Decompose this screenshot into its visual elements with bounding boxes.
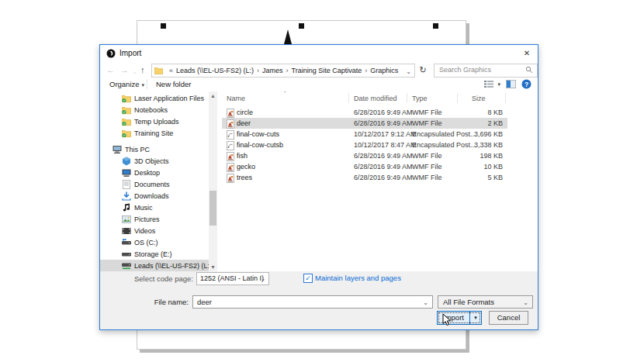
sidebar-scrollbar[interactable]: ▲ ▼ <box>209 91 217 271</box>
sidebar-item-documents[interactable]: Documents <box>100 178 209 190</box>
sidebar-item-label: Laser Application Files <box>134 95 204 102</box>
sidebar-item-desktop[interactable]: Desktop <box>100 167 209 178</box>
file-name: final-cow-cuts <box>237 130 279 138</box>
close-button[interactable]: ✕ <box>521 47 533 60</box>
sidebar-item-leads-el-us-fs2-l[interactable]: Leads (\\EL-US-FS2) (L:) <box>100 260 209 271</box>
search-placeholder: Search Graphics <box>439 66 491 74</box>
breadcrumb-chevron-icon[interactable]: ⌄ <box>403 68 411 75</box>
organize-button[interactable]: Organize▾ <box>109 80 144 88</box>
file-size: 8 KB <box>447 109 503 116</box>
file-name-input[interactable]: deer ⌄ <box>192 295 433 309</box>
search-input[interactable]: Search Graphics <box>434 64 538 78</box>
selection-handle[interactable] <box>161 23 166 29</box>
scroll-up-icon[interactable]: ▲ <box>209 91 217 100</box>
sidebar-item-label: 3D Objects <box>134 157 169 165</box>
file-type: WMF File <box>412 119 442 127</box>
sidebar-item-label: Temp Uploads <box>134 118 179 126</box>
desktop-icon <box>122 168 130 177</box>
dialog-title: Import <box>119 49 141 57</box>
folder-icon <box>154 67 163 74</box>
new-folder-button[interactable]: New folder <box>156 80 191 88</box>
pc-icon <box>113 145 121 153</box>
file-name: deer <box>237 119 251 127</box>
file-row-gecko[interactable]: gecko6/28/2016 9:49 AMWMF File10 KB <box>222 161 507 172</box>
sidebar-item-this-pc[interactable]: This PC <box>100 143 209 155</box>
sidebar-item-videos[interactable]: Videos <box>100 225 209 236</box>
sidebar-item-3d-objects[interactable]: 3D Objects <box>100 155 209 167</box>
refresh-icon[interactable]: ↻ <box>417 64 429 76</box>
file-date: 6/28/2016 9:49 AM <box>354 174 413 181</box>
breadcrumb-segments: Leads (\\EL-US-FS2) (L:)›James›Training … <box>176 67 398 74</box>
selection-handle[interactable] <box>299 23 304 29</box>
column-header-date[interactable]: Date modified <box>354 95 397 102</box>
folder-tree: Laser Application FilesNotebooksTemp Upl… <box>100 91 209 271</box>
breadcrumb-segment[interactable]: Training Site Captivate <box>292 67 362 74</box>
file-size: 3,338 KB <box>447 141 503 149</box>
column-divider[interactable] <box>407 93 407 103</box>
sidebar-item-pictures[interactable]: Pictures <box>100 213 209 225</box>
file-type: WMF File <box>412 174 442 181</box>
file-date: 6/28/2016 9:49 AM <box>354 163 413 171</box>
breadcrumb-separator-icon[interactable]: › <box>257 67 259 74</box>
pictures-icon <box>122 215 130 223</box>
maintain-layers-checkbox[interactable]: ✓ <box>303 274 313 283</box>
sidebar-item-storage-e[interactable]: Storage (E:) <box>100 248 209 260</box>
search-icon <box>525 66 533 74</box>
sidebar-item-notebooks[interactable]: Notebooks <box>100 104 209 115</box>
breadcrumb-separator-icon[interactable]: › <box>286 67 289 74</box>
sidebar-item-music[interactable]: Music <box>100 202 209 213</box>
file-name: fish <box>237 152 248 160</box>
objects3d-icon <box>122 157 130 165</box>
sidebar-item-laser-application-files[interactable]: Laser Application Files <box>100 92 209 104</box>
breadcrumb-separator-icon[interactable]: › <box>365 67 367 74</box>
file-size: 10 KB <box>447 163 503 171</box>
sidebar-item-label: Desktop <box>134 169 160 177</box>
import-dropdown-button[interactable]: ▾ <box>469 312 481 324</box>
cancel-button[interactable]: Cancel <box>489 311 528 325</box>
file-format-select[interactable]: All File Formats ⌄ <box>438 295 533 309</box>
scrollbar-thumb[interactable] <box>209 191 216 226</box>
sidebar-item-os-c[interactable]: OS (C:) <box>100 236 209 248</box>
back-button[interactable]: ← <box>106 64 115 75</box>
history-dropdown[interactable]: ⌄ <box>133 67 137 78</box>
folder-sync-icon <box>122 117 130 126</box>
breadcrumb-segment[interactable]: Graphics <box>370 67 398 74</box>
file-row-deer[interactable]: deer6/28/2016 9:49 AMWMF File2 KB <box>222 118 507 129</box>
preview-pane-button[interactable] <box>506 80 516 88</box>
file-row-fish[interactable]: fish6/28/2016 9:49 AMWMF File198 KB <box>222 150 507 161</box>
file-browser: Laser Application FilesNotebooksTemp Upl… <box>100 91 538 271</box>
dialog-titlebar[interactable]: Import ✕ <box>100 45 538 62</box>
sidebar-item-temp-uploads[interactable]: Temp Uploads <box>100 115 209 127</box>
maintain-layers-label[interactable]: Maintain layers and pages <box>315 274 401 282</box>
chevron-down-icon: ▾ <box>497 81 500 88</box>
file-row-final-cow-cuts[interactable]: final-cow-cuts10/12/2017 9:12 AMEncapsul… <box>222 129 507 140</box>
up-button[interactable]: ↑ <box>140 64 145 75</box>
file-row-circle[interactable]: circle6/28/2016 9:49 AMWMF File8 KB <box>222 107 507 118</box>
column-header-name[interactable]: Name <box>227 95 245 102</box>
file-row-trees[interactable]: trees6/28/2016 9:49 AMWMF File5 KB <box>222 172 507 183</box>
file-date: 6/28/2016 9:49 AM <box>354 109 413 116</box>
forward-button[interactable]: → <box>120 64 129 75</box>
chevron-down-icon: ⌄ <box>261 273 265 284</box>
triangle-shape[interactable] <box>284 29 292 44</box>
column-divider[interactable] <box>505 93 506 103</box>
code-page-select[interactable]: 1252 (ANSI - Latin I) ⌄ <box>196 272 269 285</box>
scroll-down-icon[interactable]: ▼ <box>209 263 217 271</box>
sidebar-item-training-site[interactable]: Training Site <box>100 127 209 139</box>
help-icon[interactable]: ? <box>521 79 531 89</box>
breadcrumb[interactable]: « Leads (\\EL-US-FS2) (L:)›James›Trainin… <box>151 64 415 78</box>
sidebar-item-label: Downloads <box>134 192 169 200</box>
column-divider[interactable] <box>457 93 458 103</box>
sidebar-item-downloads[interactable]: Downloads <box>100 190 209 202</box>
file-name: gecko <box>237 163 255 171</box>
breadcrumb-segment[interactable]: James <box>262 67 283 74</box>
column-header-type[interactable]: Type <box>412 95 428 102</box>
breadcrumb-segment[interactable]: Leads (\\EL-US-FS2) (L:) <box>176 67 254 74</box>
command-bar: Organize▾ New folder ▾ ? <box>100 78 538 92</box>
file-row-final-cow-cutsb[interactable]: final-cow-cutsb10/12/2017 8:47 AMEncapsu… <box>222 140 507 150</box>
column-header-size[interactable]: Size <box>472 95 486 102</box>
file-date: 6/28/2016 9:49 AM <box>354 119 413 127</box>
column-divider[interactable] <box>348 93 349 103</box>
view-options-button[interactable]: ▾ <box>484 80 500 88</box>
selection-handle[interactable] <box>433 23 438 29</box>
